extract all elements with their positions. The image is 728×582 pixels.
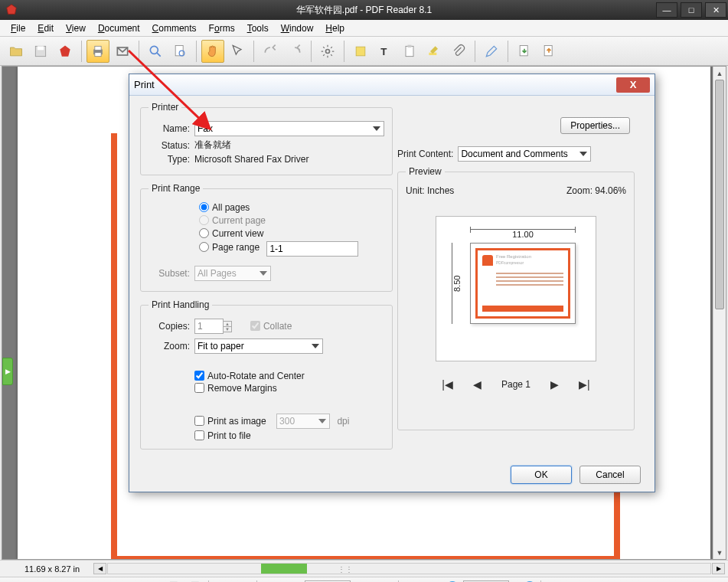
actual-size-icon[interactable]: [425, 580, 442, 583]
first-page-icon[interactable]: |◀: [262, 580, 279, 583]
svg-point-12: [326, 49, 330, 53]
open-icon[interactable]: [5, 40, 28, 63]
menu-bar: File Edit View Document Comments Forms T…: [0, 20, 728, 37]
horizontal-scrollbar[interactable]: ◀ ⋮⋮ ▶: [93, 563, 725, 574]
preview-pager: |◀ ◀ Page 1 ▶ ▶|: [406, 378, 626, 391]
printer-group: Printer Name: Fax Status: 准备就绪 Type: Mic…: [140, 102, 393, 175]
print-content-combo[interactable]: Document and Comments: [458, 146, 591, 162]
dialog-title: Print: [134, 79, 155, 90]
print-icon[interactable]: [87, 40, 109, 63]
printer-name-combo[interactable]: Fax: [194, 121, 384, 136]
window-title: 华军软件园.pdf - PDF Reader 8.1: [0, 4, 728, 17]
radio-all[interactable]: All pages: [199, 202, 250, 213]
ok-button[interactable]: OK: [511, 466, 572, 484]
clipboard-icon[interactable]: [398, 40, 421, 63]
zoom-mode-combo[interactable]: Fit to paper: [194, 338, 323, 354]
import-icon[interactable]: [513, 40, 536, 63]
properties-button[interactable]: Properties...: [560, 117, 630, 134]
preview-prev-icon[interactable]: ◀: [473, 378, 482, 391]
preview-unit: Unit: Inches: [406, 185, 454, 196]
preview-zoom: Zoom: 94.06%: [566, 185, 626, 196]
layout-dropdown-icon[interactable]: ▼: [235, 580, 252, 583]
print-content-label: Print Content:: [397, 149, 453, 159]
note-icon[interactable]: [349, 40, 372, 63]
dialog-titlebar: Print X: [129, 74, 655, 96]
print-as-image-checkbox[interactable]: Print as image: [194, 416, 266, 427]
collate-checkbox: Collate: [250, 321, 292, 332]
printer-legend: Printer: [149, 102, 181, 113]
page-range-input[interactable]: [266, 241, 358, 257]
svg-rect-16: [408, 44, 412, 47]
svg-rect-15: [406, 46, 413, 56]
auto-rotate-checkbox[interactable]: Auto-Rotate and Center: [194, 371, 305, 381]
next-page-icon[interactable]: ▶: [355, 580, 372, 583]
redo-icon[interactable]: [283, 40, 306, 63]
select-tool-icon[interactable]: [226, 40, 249, 63]
radio-current-view[interactable]: Current view: [199, 228, 263, 239]
menu-help[interactable]: Help: [319, 21, 351, 36]
print-dialog: Print X Printer Name: Fax Status: 准备就绪 T…: [129, 74, 655, 492]
dialog-close-button[interactable]: X: [616, 77, 650, 93]
fit-width-icon[interactable]: [187, 580, 204, 583]
text-icon[interactable]: T: [374, 40, 397, 63]
svg-rect-2: [38, 46, 44, 50]
preview-last-icon[interactable]: ▶|: [579, 378, 590, 391]
svg-rect-13: [356, 47, 365, 56]
pencil-icon[interactable]: [480, 40, 503, 63]
remove-margins-checkbox[interactable]: Remove Margins: [194, 383, 277, 394]
menu-edit[interactable]: Edit: [31, 21, 60, 36]
export-icon[interactable]: [537, 40, 560, 63]
zoom-mode-label: Zoom:: [149, 341, 190, 351]
printer-type: Microsoft Shared Fax Driver: [194, 154, 309, 165]
marquee-zoom-icon[interactable]: [403, 580, 420, 583]
status-label: Status:: [149, 140, 190, 151]
single-page-icon[interactable]: [214, 580, 230, 583]
prev-page-icon[interactable]: ◀: [283, 580, 300, 583]
save-icon[interactable]: [29, 40, 52, 63]
preview-page-label: Page 1: [501, 379, 530, 390]
settings-icon[interactable]: [316, 40, 339, 63]
menu-view[interactable]: View: [60, 21, 92, 36]
type-label: Type:: [149, 154, 190, 165]
menu-tools[interactable]: Tools: [241, 21, 275, 36]
preview-next-icon[interactable]: ▶: [550, 378, 559, 391]
undo-icon[interactable]: [259, 40, 282, 63]
printer-status: 准备就绪: [194, 139, 231, 152]
subset-label: Subset:: [149, 268, 190, 279]
mail-icon[interactable]: [111, 40, 134, 63]
selection-box-icon[interactable]: [546, 580, 563, 583]
menu-forms[interactable]: Forms: [203, 21, 241, 36]
lock-icon: [482, 255, 493, 266]
name-label: Name:: [149, 123, 190, 134]
find-page-icon[interactable]: [168, 40, 191, 63]
window-titlebar: 华军软件园.pdf - PDF Reader 8.1 — □ ✕: [0, 0, 728, 20]
highlight-icon[interactable]: [423, 40, 446, 63]
page-dimensions: 11.69 x 8.27 in: [3, 564, 93, 574]
search-icon[interactable]: [144, 40, 167, 63]
copies-label: Copies:: [149, 321, 190, 332]
dpi-combo: 300: [276, 414, 330, 429]
preview-first-icon[interactable]: |◀: [442, 378, 453, 391]
last-page-icon[interactable]: ▶|: [377, 580, 393, 583]
fit-page-icon[interactable]: [165, 580, 182, 583]
preview-height: 8.50: [452, 243, 462, 324]
menu-file[interactable]: File: [5, 21, 31, 36]
cancel-button[interactable]: Cancel: [579, 466, 641, 484]
left-panel-toggle[interactable]: ▶: [2, 358, 13, 385]
hand-tool-icon[interactable]: [201, 40, 224, 63]
print-to-file-checkbox[interactable]: Print to file: [194, 430, 251, 441]
subset-combo: All Pages: [194, 266, 271, 281]
menu-window[interactable]: Window: [275, 21, 320, 36]
vertical-scrollbar[interactable]: ▲ ▼: [713, 67, 726, 559]
menu-comments[interactable]: Comments: [146, 21, 203, 36]
app-logo-icon[interactable]: [54, 40, 77, 63]
svg-marker-3: [60, 45, 70, 56]
attach-icon[interactable]: [447, 40, 470, 63]
copies-input: [194, 319, 224, 334]
menu-document[interactable]: Document: [92, 21, 146, 36]
main-toolbar: T: [0, 37, 728, 66]
preview-canvas: 11.00 8.50 Free Registration PDFcompress…: [436, 216, 596, 361]
radio-page-range[interactable]: Page range: [199, 242, 260, 253]
preview-legend: Preview: [406, 166, 445, 177]
handling-legend: Print Handling: [149, 299, 212, 310]
